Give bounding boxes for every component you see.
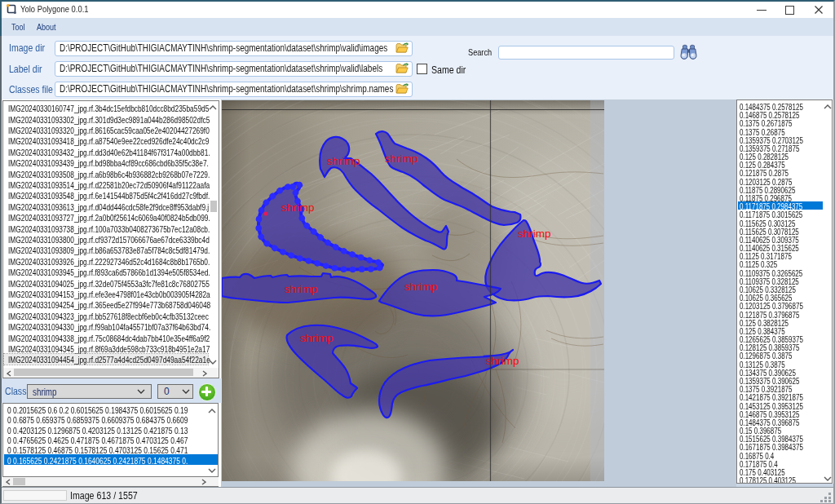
svg-text:shrimp: shrimp: [518, 228, 551, 240]
svg-text:shrimp: shrimp: [327, 155, 360, 167]
svg-text:shrimp: shrimp: [285, 283, 318, 295]
svg-text:shrimp: shrimp: [281, 201, 315, 214]
svg-text:shrimp: shrimp: [404, 281, 438, 293]
svg-text:shrimp: shrimp: [300, 332, 334, 344]
svg-text:shrimp: shrimp: [385, 153, 418, 165]
